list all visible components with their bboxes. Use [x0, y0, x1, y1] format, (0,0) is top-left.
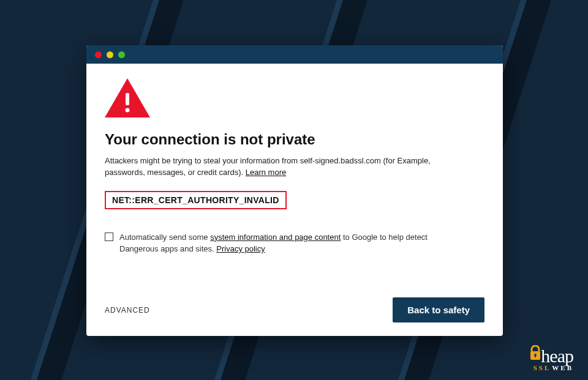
browser-window: Your connection is not private Attackers… [86, 45, 503, 336]
window-titlebar [86, 45, 503, 64]
warning-triangle-icon [105, 78, 484, 120]
page-title: Your connection is not private [105, 131, 484, 148]
lock-icon [529, 345, 542, 365]
svg-rect-16 [535, 355, 536, 357]
back-to-safety-button[interactable]: Back to safety [393, 297, 484, 322]
error-code: NET::ERR_CERT_AUTHORITY_INVALID [112, 195, 279, 205]
window-close-icon[interactable] [95, 51, 102, 58]
brand-name: heap [541, 346, 573, 367]
page-footer: ADVANCED Back to safety [105, 297, 484, 322]
learn-more-link[interactable]: Learn more [246, 168, 286, 177]
opt-in-checkbox[interactable] [105, 233, 113, 241]
brand-ssl: SSL [533, 364, 551, 371]
error-code-box: NET::ERR_CERT_AUTHORITY_INVALID [105, 191, 287, 209]
svg-rect-12 [126, 93, 129, 105]
window-minimize-icon[interactable] [107, 51, 113, 58]
window-maximize-icon[interactable] [118, 51, 125, 58]
system-info-link[interactable]: system information and page content [210, 233, 341, 242]
warning-description: Attackers might be trying to steal your … [105, 155, 472, 179]
svg-point-13 [126, 108, 130, 113]
privacy-policy-link[interactable]: Privacy policy [216, 244, 265, 253]
opt-in-text: Automatically send some system informati… [119, 231, 454, 255]
advanced-button[interactable]: ADVANCED [105, 306, 150, 315]
brand-logo: heap SSLWEB [529, 346, 573, 371]
brand-web: WEB [552, 364, 573, 371]
opt-in-pre: Automatically send some [119, 233, 210, 242]
error-page-content: Your connection is not private Attackers… [86, 64, 503, 336]
opt-in-row: Automatically send some system informati… [105, 231, 454, 255]
